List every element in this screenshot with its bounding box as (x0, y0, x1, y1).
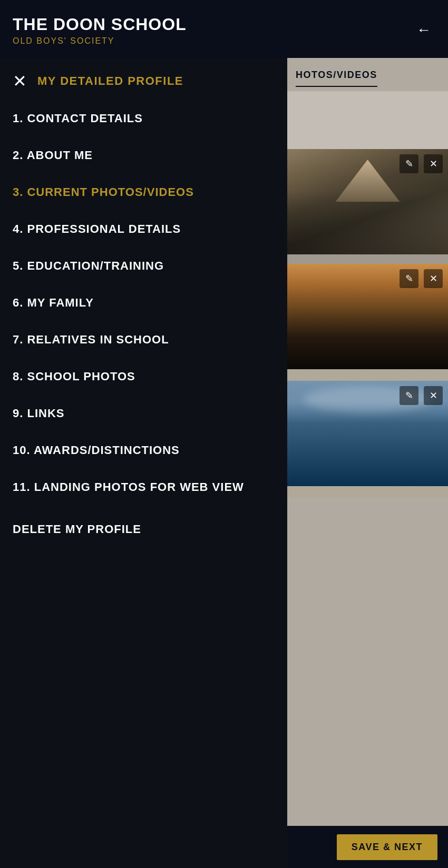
nav-list: 1. CONTACT DETAILS 2. ABOUT ME 3. CURREN… (0, 100, 287, 868)
edit-photo-button-2[interactable]: ✎ (400, 269, 418, 288)
sidebar-item-delete-profile[interactable]: DELETE MY PROFILE (13, 511, 275, 548)
card-controls-2: ✎ ✕ (400, 269, 443, 288)
sidebar-item-my-family[interactable]: 6. MY FAMILY (13, 284, 275, 321)
sidebar-item-awards-distinctions[interactable]: 10. AWARDS/DISTINCTIONS (13, 432, 275, 469)
close-icon-3: ✕ (430, 390, 437, 401)
app-header: THE DOON SCHOOL OLD BOYS' SOCIETY ← (0, 0, 448, 58)
photos-area: ✎ ✕ ✎ ✕ (287, 87, 448, 868)
right-panel-header: HOTOS/VIDEOS (287, 58, 448, 87)
sidebar-item-about-me[interactable]: 2. ABOUT ME (13, 137, 275, 174)
close-sidebar-button[interactable]: ✕ (13, 73, 27, 90)
photo-card-2: ✎ ✕ (287, 264, 448, 369)
edit-photo-button-1[interactable]: ✎ (400, 154, 418, 173)
close-icon-1: ✕ (430, 158, 437, 170)
card-controls-3: ✎ ✕ (400, 386, 443, 405)
card-controls-1: ✎ ✕ (400, 154, 443, 173)
main-layout: ✕ MY DETAILED PROFILE 1. CONTACT DETAILS… (0, 58, 448, 868)
close-icon-2: ✕ (430, 273, 437, 284)
delete-photo-button-3[interactable]: ✕ (424, 386, 443, 405)
back-button[interactable]: ← (412, 17, 435, 43)
photos-videos-tab[interactable]: HOTOS/VIDEOS (296, 70, 377, 87)
photo-card-3: ✎ ✕ (287, 381, 448, 486)
bottom-spacer (287, 498, 448, 550)
app-subtitle: OLD BOYS' SOCIETY (13, 36, 187, 46)
empty-upload-zone-1 (287, 91, 448, 149)
photo-card-1: ✎ ✕ (287, 149, 448, 254)
sidebar-item-school-photos[interactable]: 8. SCHOOL PHOTOS (13, 358, 275, 395)
separator-2 (287, 369, 448, 381)
edit-icon-2: ✎ (405, 273, 413, 284)
right-panel: HOTOS/VIDEOS ✎ ✕ (287, 58, 448, 868)
edit-icon-1: ✎ (405, 158, 413, 170)
header-branding: THE DOON SCHOOL OLD BOYS' SOCIETY (13, 14, 187, 46)
delete-photo-button-2[interactable]: ✕ (424, 269, 443, 288)
edit-icon-3: ✎ (405, 390, 413, 401)
edit-photo-button-3[interactable]: ✎ (400, 386, 418, 405)
sidebar-title: MY DETAILED PROFILE (37, 74, 183, 88)
sidebar-item-professional-details[interactable]: 4. PROFESSIONAL DETAILS (13, 211, 275, 248)
separator-1 (287, 254, 448, 264)
sidebar-header: ✕ MY DETAILED PROFILE (0, 58, 287, 100)
sidebar-item-current-photos-videos[interactable]: 3. CURRENT PHOTOS/VIDEOS (13, 174, 275, 211)
app-title: THE DOON SCHOOL (13, 14, 187, 34)
sidebar-item-links[interactable]: 9. LINKS (13, 395, 275, 432)
bottom-bar: SAVE & NEXT (287, 826, 448, 868)
sidebar-item-landing-photos[interactable]: 11. LANDING PHOTOS FOR WEB VIEW (13, 469, 275, 506)
delete-photo-button-1[interactable]: ✕ (424, 154, 443, 173)
sidebar-item-relatives-in-school[interactable]: 7. RELATIVES IN SCHOOL (13, 321, 275, 358)
sidebar-item-contact-details[interactable]: 1. CONTACT DETAILS (13, 100, 275, 137)
save-next-button[interactable]: SAVE & NEXT (337, 834, 437, 860)
sidebar-item-education-training[interactable]: 5. EDUCATION/TRAINING (13, 248, 275, 284)
separator-3 (287, 486, 448, 498)
sidebar-drawer: ✕ MY DETAILED PROFILE 1. CONTACT DETAILS… (0, 58, 287, 868)
